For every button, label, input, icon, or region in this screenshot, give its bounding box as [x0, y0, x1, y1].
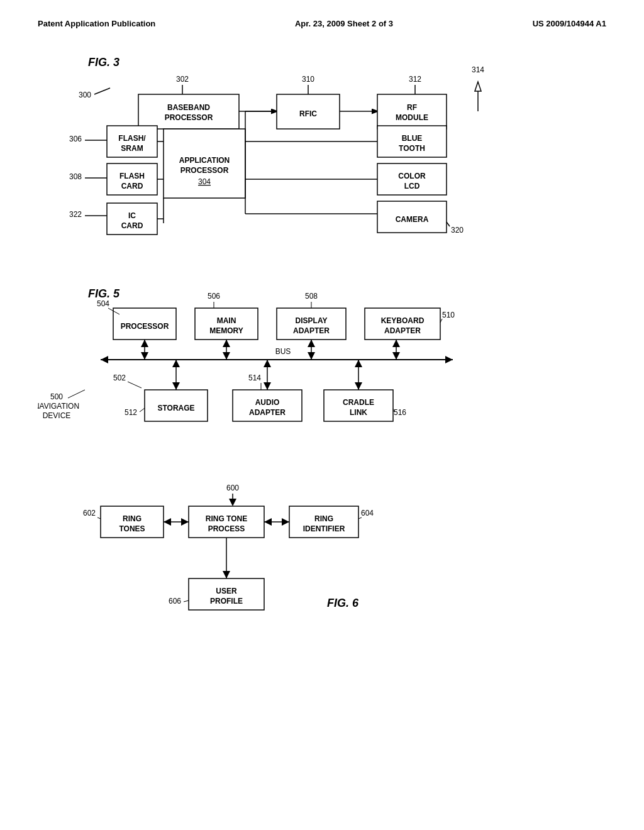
header-patent-number: US 2009/104944 A1 — [533, 19, 606, 28]
ref-314: 314 — [472, 65, 484, 74]
ref-512: 512 — [125, 408, 137, 417]
proc-bus-arrow-down — [141, 352, 148, 360]
mm-label2: MEMORY — [209, 326, 243, 335]
camera-label: CAMERA — [396, 215, 429, 224]
ref-308: 308 — [69, 172, 82, 181]
ref-306: 306 — [69, 135, 82, 143]
mm-bus-arrow-down — [223, 352, 230, 360]
ref-514: 514 — [248, 374, 261, 382]
ref-500: 500 — [50, 392, 63, 401]
bt-label1: BLUE — [402, 134, 423, 143]
lcd-label2: LCD — [404, 182, 420, 191]
cl-label2: LINK — [350, 408, 367, 417]
rt-label2: TONES — [119, 524, 145, 533]
fig3-label: FIG. 3 — [88, 56, 119, 69]
fig6-label: FIG. 6 — [327, 597, 359, 609]
ref-322: 322 — [69, 210, 82, 219]
flash-sram-label1: FLASH/ — [118, 134, 146, 143]
fig5-svg: FIG. 5 PROCESSOR 504 MAIN MEMORY 506 DIS… — [38, 280, 604, 450]
ref-602: 602 — [83, 509, 96, 517]
flash-sram-label2: SRAM — [121, 144, 143, 153]
lcd-label1: COLOR — [398, 172, 426, 180]
ref-304: 304 — [198, 177, 211, 186]
fig5-label: FIG. 5 — [88, 287, 120, 300]
processor-label: PROCESSOR — [121, 322, 169, 331]
ka-bus-arrow-up — [392, 340, 400, 347]
nav-label1: NAVIGATION — [38, 402, 79, 411]
fig5-diagram: FIG. 5 PROCESSOR 504 MAIN MEMORY 506 DIS… — [38, 280, 606, 450]
da-label1: DISPLAY — [296, 316, 328, 325]
up-label1: USER — [216, 587, 237, 595]
ref-508: 508 — [305, 292, 318, 301]
fig6-diagram: 600 RING TONES 602 RING TONE PROCESS RIN… — [38, 475, 606, 651]
cradle-bus-arrow-down — [355, 382, 362, 390]
ref-600-arrow — [229, 499, 236, 506]
audio-bus-arrow-down — [264, 382, 271, 390]
rtp-label1: RING TONE — [206, 514, 247, 523]
ref-504: 504 — [97, 299, 109, 308]
fig3-svg: FIG. 3 300 302 BASEBAND PROCESSOR 310 RF… — [38, 47, 604, 255]
rtp-ri-arrow-r — [282, 518, 289, 526]
fig6-svg: 600 RING TONES 602 RING TONE PROCESS RIN… — [38, 475, 478, 651]
bus-arrow-right — [445, 356, 453, 363]
storage-label: STORAGE — [157, 404, 194, 412]
ref-510: 510 — [442, 311, 455, 319]
rf-label1: RF — [407, 103, 417, 112]
rf-label2: MODULE — [396, 113, 428, 122]
baseband-label1: BASEBAND — [167, 103, 210, 112]
flash-card-label2: CARD — [121, 182, 143, 191]
ka-label2: ADAPTER — [384, 326, 421, 335]
da-label2: ADAPTER — [293, 326, 330, 335]
ref-300: 300 — [79, 91, 91, 99]
ref-604: 604 — [361, 509, 374, 517]
rfic-label: RFIC — [299, 109, 317, 118]
rt-label1: RING — [123, 514, 142, 523]
ka-label1: KEYBOARD — [381, 316, 425, 325]
bt-label2: TOOTH — [399, 144, 425, 153]
app-label1: APPLICATION — [179, 156, 230, 165]
cradle-bus-arrow-up — [355, 360, 362, 367]
aa-label1: AUDIO — [255, 398, 280, 407]
antenna-symbol — [475, 82, 481, 91]
rt-rtp-arrow-r — [181, 518, 189, 526]
storage-bus-arrow-down — [172, 382, 180, 390]
bus-arrow-left — [101, 356, 108, 363]
ref-502-line — [128, 382, 142, 388]
ref-506: 506 — [208, 292, 220, 301]
ic-label2: CARD — [121, 221, 143, 230]
rtp-up-arrow — [223, 571, 230, 578]
storage-bus-arrow-up — [172, 360, 180, 367]
ref-320: 320 — [451, 226, 464, 235]
ref-606: 606 — [169, 597, 181, 606]
nav-label2: DEVICE — [43, 411, 71, 420]
flash-card-label1: FLASH — [119, 172, 145, 180]
audio-bus-arrow-up — [264, 360, 271, 367]
ka-bus-arrow-down — [392, 352, 400, 360]
baseband-label2: PROCESSOR — [165, 113, 213, 122]
ic-label1: IC — [128, 211, 136, 220]
da-bus-arrow-up — [308, 340, 315, 347]
ref-516: 516 — [394, 408, 406, 417]
da-bus-arrow-down — [308, 352, 315, 360]
header-date-sheet: Apr. 23, 2009 Sheet 2 of 3 — [295, 19, 393, 28]
proc-bus-arrow-up — [141, 340, 148, 347]
aa-label2: ADAPTER — [249, 408, 286, 417]
header-publication: Patent Application Publication — [38, 19, 155, 28]
ref-502: 502 — [113, 374, 126, 382]
ri-label2: IDENTIFIER — [303, 524, 345, 533]
ref-310: 310 — [302, 75, 314, 84]
mm-label1: MAIN — [217, 316, 236, 325]
page-header: Patent Application Publication Apr. 23, … — [38, 19, 606, 28]
ref-512-line — [140, 408, 145, 412]
app-label2: PROCESSOR — [180, 166, 229, 175]
rtp-ri-arrow-l — [264, 518, 272, 526]
rt-rtp-arrow-l — [164, 518, 171, 526]
up-label2: PROFILE — [210, 597, 243, 606]
page: Patent Application Publication Apr. 23, … — [0, 0, 644, 830]
rtp-label2: PROCESS — [208, 524, 245, 533]
ref-600: 600 — [226, 484, 239, 492]
ri-label1: RING — [314, 514, 333, 523]
ref-606-line — [184, 600, 189, 602]
mm-bus-arrow-up — [223, 340, 230, 347]
ref-500-line — [68, 390, 85, 398]
